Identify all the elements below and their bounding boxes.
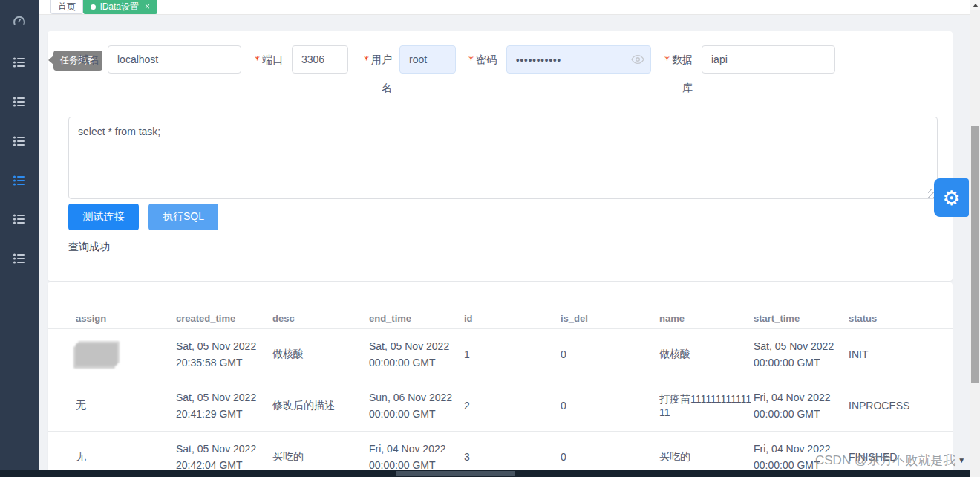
required-mark: * bbox=[664, 53, 670, 65]
table-row: 无 Sat, 05 Nov 2022 20:41:29 GMT 修改后的描述 S… bbox=[48, 380, 953, 432]
list-icon bbox=[13, 95, 26, 108]
watermark-arrow-icon: ▼ bbox=[958, 456, 965, 464]
cell-id: 2 bbox=[464, 400, 561, 412]
cell-assign bbox=[76, 343, 176, 366]
tab-bar: 首页 iData设置 × bbox=[39, 0, 970, 15]
password-field bbox=[506, 45, 651, 74]
vertical-scrollbar[interactable] bbox=[970, 0, 980, 477]
list-icon bbox=[13, 212, 26, 226]
cell-desc: 做核酸 bbox=[272, 348, 369, 361]
cell-is-del: 0 bbox=[561, 400, 659, 412]
sidebar-item-list-5[interactable] bbox=[0, 206, 39, 233]
cell-id: 3 bbox=[464, 451, 561, 463]
col-header-is-del: is_del bbox=[561, 313, 659, 324]
cell-created-time: Sat, 05 Nov 2022 20:42:04 GMT bbox=[176, 441, 272, 473]
cell-name: 买吃的 bbox=[659, 450, 754, 464]
cell-is-del: 0 bbox=[561, 451, 659, 463]
cell-assign: 无 bbox=[76, 450, 176, 464]
vertical-scrollbar-thumb[interactable] bbox=[971, 126, 979, 383]
required-mark: * bbox=[468, 53, 474, 65]
query-status-text: 查询成功 bbox=[68, 241, 110, 254]
cell-start-time: Fri, 04 Nov 2022 00:00:00 GMT bbox=[754, 389, 849, 422]
domain-label: 域名 bbox=[70, 45, 99, 74]
settings-fab-button[interactable]: ⚙ bbox=[934, 178, 969, 217]
scroll-up-button[interactable] bbox=[970, 0, 980, 10]
col-header-end-time: end_time bbox=[369, 313, 464, 324]
database-label: *数据库 bbox=[658, 45, 693, 102]
result-table-card: assign created_time desc end_time id is_… bbox=[48, 282, 953, 477]
list-icon-active bbox=[13, 174, 26, 187]
redacted-assign-blur bbox=[76, 343, 117, 366]
tooltip-arrow bbox=[48, 56, 53, 65]
sql-textarea[interactable]: select * from task; bbox=[68, 117, 938, 199]
connection-form-card: 域名 *端口 *用户名 *密码 *数据库 select * from task;… bbox=[48, 31, 953, 281]
cell-end-time: Sun, 06 Nov 2022 00:00:00 GMT bbox=[369, 389, 464, 422]
cell-created-time: Sat, 05 Nov 2022 20:41:29 GMT bbox=[176, 389, 272, 422]
cell-created-time: Sat, 05 Nov 2022 20:35:58 GMT bbox=[176, 338, 272, 371]
password-label: *密码 bbox=[462, 45, 497, 74]
horizontal-scrollbar[interactable] bbox=[0, 470, 970, 477]
tab-active-dot-icon bbox=[91, 4, 96, 10]
sidebar-item-idata-active[interactable] bbox=[0, 167, 39, 194]
username-label: *用户名 bbox=[358, 45, 392, 102]
tab-home-label: 首页 bbox=[58, 1, 76, 13]
execute-sql-button[interactable]: 执行SQL bbox=[148, 204, 218, 230]
cell-desc: 修改后的描述 bbox=[272, 399, 369, 412]
sidebar-item-list-3[interactable] bbox=[0, 128, 39, 155]
list-icon bbox=[13, 252, 26, 265]
cell-id: 1 bbox=[464, 348, 561, 360]
cell-assign: 无 bbox=[76, 399, 176, 412]
cell-name: 打疫苗11111111111111 bbox=[659, 393, 754, 418]
cell-name: 做核酸 bbox=[659, 348, 754, 361]
dashboard-icon bbox=[12, 13, 27, 28]
username-input[interactable] bbox=[399, 45, 456, 74]
port-label: *端口 bbox=[242, 45, 283, 74]
col-header-created-time: created_time bbox=[176, 313, 272, 324]
cell-end-time: Sat, 05 Nov 2022 00:00:00 GMT bbox=[369, 338, 464, 371]
tab-idata-label: iData设置 bbox=[100, 1, 139, 13]
tab-idata-settings[interactable]: iData设置 × bbox=[83, 0, 157, 14]
col-header-name: name bbox=[659, 313, 754, 324]
cell-status: INPROCESS bbox=[849, 400, 938, 412]
required-mark: * bbox=[255, 53, 260, 65]
col-header-id: id bbox=[464, 313, 561, 324]
col-header-desc: desc bbox=[272, 313, 369, 324]
csdn-watermark: CSDN @东方不败就是我 ▼ bbox=[815, 452, 965, 469]
cell-desc: 买吃的 bbox=[272, 450, 369, 464]
horizontal-scrollbar-thumb[interactable] bbox=[396, 471, 514, 476]
gear-icon: ⚙ bbox=[942, 186, 960, 210]
up-arrow-icon bbox=[973, 4, 979, 7]
sidebar-item-task-list[interactable] bbox=[0, 49, 39, 76]
sidebar bbox=[0, 0, 39, 477]
cell-is-del: 0 bbox=[561, 348, 659, 360]
password-input[interactable] bbox=[506, 45, 651, 74]
list-icon bbox=[13, 134, 26, 148]
tab-home[interactable]: 首页 bbox=[50, 0, 83, 14]
cell-status: INIT bbox=[849, 348, 938, 360]
cell-end-time: Fri, 04 Nov 2022 00:00:00 GMT bbox=[369, 441, 464, 473]
test-connection-button[interactable]: 测试连接 bbox=[68, 204, 139, 230]
sidebar-item-list-2[interactable] bbox=[0, 88, 39, 115]
eye-icon[interactable] bbox=[631, 53, 644, 65]
port-input[interactable] bbox=[292, 45, 348, 74]
tab-close-icon[interactable]: × bbox=[145, 2, 150, 11]
required-mark: * bbox=[364, 53, 369, 65]
domain-input[interactable] bbox=[108, 45, 241, 74]
col-header-status: status bbox=[849, 313, 938, 324]
cell-start-time: Sat, 05 Nov 2022 00:00:00 GMT bbox=[754, 338, 849, 371]
sidebar-item-dashboard[interactable] bbox=[0, 7, 39, 34]
database-input[interactable] bbox=[702, 45, 835, 74]
table-row: Sat, 05 Nov 2022 20:35:58 GMT 做核酸 Sat, 0… bbox=[48, 329, 953, 380]
sidebar-item-list-6[interactable] bbox=[0, 245, 39, 272]
col-header-start-time: start_time bbox=[754, 313, 849, 324]
table-header-row: assign created_time desc end_time id is_… bbox=[48, 308, 953, 329]
watermark-text: CSDN @东方不败就是我 bbox=[815, 452, 956, 469]
col-header-assign: assign bbox=[76, 313, 176, 324]
list-icon bbox=[13, 56, 26, 69]
